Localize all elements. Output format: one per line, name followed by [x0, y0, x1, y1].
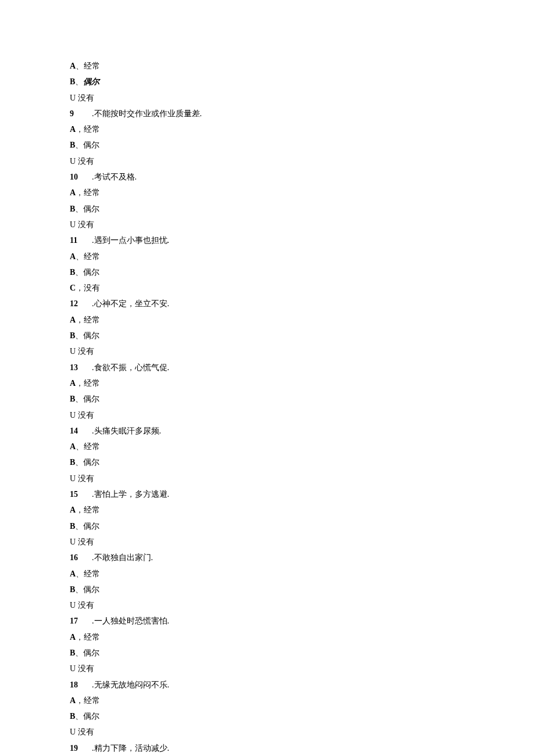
text-line: 11.遇到一点小事也担忧.	[70, 232, 465, 248]
option-letter: B	[70, 141, 75, 149]
separator: 、	[75, 648, 83, 657]
text-line: U 没有	[70, 153, 465, 169]
text-line: B、偶尔	[70, 518, 465, 534]
option-text: 偶尔	[83, 205, 99, 213]
question-text: .考试不及格.	[92, 173, 137, 181]
option-letter: A	[70, 569, 76, 578]
option-text: 偶尔	[83, 458, 99, 467]
question-number: 11	[70, 232, 84, 248]
text-line: 10.考试不及格.	[70, 169, 465, 185]
text-line: A，经常	[70, 375, 465, 391]
option-text: 经常	[84, 569, 100, 578]
option-letter: B	[70, 331, 75, 340]
option-letter: B	[70, 395, 75, 403]
option-text: U 没有	[70, 664, 94, 673]
question-number: 12	[70, 296, 84, 311]
question-number: 15	[70, 486, 84, 502]
option-text: 经常	[84, 633, 100, 642]
separator: 、	[75, 712, 83, 721]
question-text: .遇到一点小事也担忧.	[92, 236, 169, 245]
text-line: A，经常	[70, 312, 465, 328]
option-letter: B	[70, 205, 75, 213]
option-text: U 没有	[70, 411, 94, 420]
option-text: 经常	[84, 696, 100, 705]
separator: 、	[75, 205, 83, 213]
option-letter: A	[70, 696, 76, 705]
text-line: U 没有	[70, 343, 465, 359]
question-text: .无缘无故地闷闷不乐.	[92, 680, 169, 689]
option-letter: B	[70, 522, 75, 531]
separator: 、	[76, 62, 84, 70]
separator: 、	[75, 77, 83, 86]
option-letter: A	[70, 316, 76, 324]
question-text: .心神不定，坐立不安.	[92, 299, 169, 308]
option-letter: A	[70, 442, 76, 451]
option-text: 经常	[84, 252, 100, 261]
option-text: 经常	[84, 316, 100, 324]
option-letter: B	[70, 648, 75, 657]
option-text: 偶尔	[83, 331, 99, 340]
separator: ，	[76, 696, 84, 705]
text-line: A、经常	[70, 58, 465, 74]
text-line: 9.不能按时交作业或作业质量差.	[70, 106, 465, 121]
question-text: .食欲不振，心慌气促.	[92, 363, 169, 372]
text-line: A，经常	[70, 629, 465, 645]
separator: 、	[75, 268, 83, 277]
separator: 、	[75, 585, 83, 594]
option-letter: B	[70, 585, 75, 594]
option-letter: A	[70, 188, 76, 197]
option-text: 偶尔	[83, 648, 99, 657]
text-line: U 没有	[70, 597, 465, 613]
question-text: .头痛失眠汗多尿频.	[92, 427, 161, 435]
option-text: U 没有	[70, 728, 94, 736]
separator: 、	[75, 458, 83, 467]
text-line: 18.无缘无故地闷闷不乐.	[70, 677, 465, 693]
option-text: U 没有	[70, 94, 94, 102]
text-line: A，经常	[70, 693, 465, 708]
separator: 、	[75, 331, 83, 340]
option-text: 偶尔	[83, 268, 99, 277]
question-number: 19	[70, 740, 84, 756]
option-text: U 没有	[70, 474, 94, 483]
text-line: B、偶尔	[70, 201, 465, 217]
text-line: 15.害怕上学，多方逃避.	[70, 486, 465, 502]
option-text: 经常	[84, 62, 100, 70]
option-letter: B	[70, 458, 75, 467]
text-line: 17.一人独处时恐慌害怕.	[70, 613, 465, 629]
question-number: 17	[70, 613, 84, 629]
text-line: A、经常	[70, 249, 465, 264]
option-letter: C	[70, 284, 76, 292]
text-line: 19.精力下降，活动减少.	[70, 740, 465, 756]
text-line: A，经常	[70, 185, 465, 200]
text-line: 14.头痛失眠汗多尿频.	[70, 423, 465, 439]
text-line: 16.不敢独自出家门.	[70, 550, 465, 565]
text-line: A，经常	[70, 502, 465, 518]
question-number: 9	[70, 106, 84, 121]
option-letter: B	[70, 268, 75, 277]
separator: ，	[76, 316, 84, 324]
option-letter: B	[70, 712, 75, 721]
separator: 、	[76, 252, 84, 261]
option-letter: A	[70, 633, 76, 642]
option-letter: A	[70, 62, 76, 70]
separator: ，	[76, 188, 84, 197]
separator: ，	[76, 284, 84, 292]
option-text: 经常	[84, 506, 100, 514]
text-line: 13.食欲不振，心慌气促.	[70, 360, 465, 375]
option-text: U 没有	[70, 347, 94, 356]
separator: ，	[76, 633, 84, 642]
option-letter: B	[70, 77, 75, 86]
text-line: U 没有	[70, 90, 465, 106]
option-text: 偶尔	[83, 77, 99, 86]
text-line: B、偶尔	[70, 391, 465, 407]
separator: 、	[75, 141, 83, 149]
question-number: 13	[70, 360, 84, 375]
text-line: B、偶尔	[70, 328, 465, 343]
text-line: U 没有	[70, 661, 465, 676]
text-line: B、偶尔	[70, 645, 465, 661]
option-text: 偶尔	[83, 395, 99, 403]
text-line: U 没有	[70, 407, 465, 423]
separator: 、	[75, 395, 83, 403]
text-line: U 没有	[70, 724, 465, 740]
option-text: 经常	[84, 188, 100, 197]
